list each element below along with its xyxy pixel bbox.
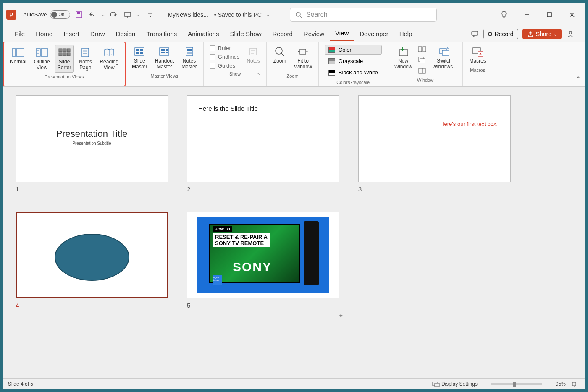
svg-rect-71 [572,382,576,386]
grayscale-option[interactable]: Grayscale [325,56,382,66]
svg-rect-15 [12,49,16,56]
arrange-all-button[interactable] [417,44,428,54]
autosave-toggle[interactable]: Off [50,10,70,19]
checkbox-icon [210,54,215,60]
tab-design[interactable]: Design [111,28,141,41]
tab-animations[interactable]: Animations [183,28,224,41]
notes-button[interactable]: Notes [244,44,263,70]
present-dropdown-icon[interactable]: ⌵ [136,12,139,17]
zoom-slider[interactable] [491,383,542,385]
svg-rect-26 [63,53,66,56]
redo-button[interactable] [108,9,119,20]
zoom-in-button[interactable]: + [548,381,551,387]
filename[interactable]: MyNewSlides... [168,11,208,18]
tab-record[interactable]: Record [267,28,297,41]
svg-rect-25 [59,53,62,56]
show-dialog-launcher[interactable]: ⤡ [257,71,262,76]
tab-developer[interactable]: Developer [354,28,393,41]
account-button[interactable] [564,28,577,40]
macros-button[interactable]: Macros [466,44,488,66]
fit-slide-button[interactable] [571,381,578,387]
slide-thumbnail-4[interactable]: 4 [16,212,168,309]
svg-rect-60 [423,47,426,52]
new-window-button[interactable]: New Window [391,44,415,72]
svg-rect-37 [140,52,143,54]
svg-rect-29 [83,50,87,52]
black-white-option[interactable]: Black and White [325,68,382,77]
tab-transitions[interactable]: Transitions [141,28,182,41]
slide-thumbnail-3[interactable]: Here's our first text box. 3 [358,95,511,193]
ruler-checkbox[interactable]: Ruler [210,45,239,51]
svg-rect-22 [59,49,62,52]
handout-master-label: Handout Master [155,58,174,70]
user-icon [567,30,574,38]
search-input[interactable]: Search [290,8,437,22]
svg-rect-17 [36,49,40,56]
color-option[interactable]: Color [325,45,382,55]
color-group-label: Color/Grayscale [336,78,370,86]
cascade-button[interactable] [417,55,428,65]
slide-thumbnail-1[interactable]: Presentation Title Presentation Subtitle… [16,95,168,193]
share-button[interactable]: Share ⌵ [522,29,562,39]
group-presentation-views: Normal Outline View Slide Sorter Notes P… [3,42,126,86]
normal-view-button[interactable]: Normal [7,45,29,73]
macros-label: Macros [469,58,486,64]
customize-qat-button[interactable] [145,9,156,20]
saved-status-dropdown-icon[interactable]: ⌵ [267,12,270,17]
display-settings-button[interactable]: Display Settings [432,381,478,387]
guides-checkbox[interactable]: Guides [210,63,239,69]
saved-status[interactable]: • Saved to this PC [214,11,262,18]
tab-slideshow[interactable]: Slide Show [225,28,266,41]
gridlines-label: Gridlines [218,54,239,60]
zoom-button[interactable]: Zoom [270,44,289,72]
tab-file[interactable]: File [10,28,30,41]
tab-home[interactable]: Home [31,28,58,41]
tab-view[interactable]: View [330,27,354,41]
notes-page-button[interactable]: Notes Page [76,45,95,73]
switch-windows-button[interactable]: Switch Windows ⌵ [429,44,459,72]
record-button[interactable]: Record [483,29,518,39]
slide-indicator[interactable]: Slide 4 of 5 [8,381,33,387]
notes-master-button[interactable]: Notes Master [178,44,200,72]
collapse-ribbon-button[interactable]: ⌃ [575,75,581,83]
zoom-slider-handle[interactable] [513,382,516,387]
zoom-icon [274,46,285,57]
slide5-howto-badge: HOW TO [213,226,232,232]
comments-button[interactable] [468,28,481,40]
undo-button[interactable] [88,9,99,20]
fit-to-window-button[interactable]: Fit to Window [291,44,315,72]
minimize-button[interactable] [517,7,536,22]
handout-master-button[interactable]: Handout Master [152,44,177,72]
slide-master-button[interactable]: Slide Master [129,44,150,72]
maximize-button[interactable] [540,7,559,22]
zoom-out-button[interactable]: − [483,381,486,387]
tab-draw[interactable]: Draw [85,28,110,41]
tab-help[interactable]: Help [394,28,417,41]
zoom-percentage[interactable]: 95% [556,381,566,387]
powerpoint-app-icon: P [6,10,16,20]
tips-button[interactable] [494,7,514,22]
tab-review[interactable]: Review [299,28,329,41]
outline-view-button[interactable]: Outline View [31,45,53,73]
save-button[interactable] [74,9,84,20]
reading-view-button[interactable]: Reading View [97,45,121,73]
search-icon [295,11,302,18]
chevron-down-icon: ⌵ [454,65,456,69]
close-button[interactable] [562,7,582,22]
svg-rect-59 [418,47,422,52]
move-split-button[interactable] [417,66,428,76]
slide-thumbnail-5[interactable]: HOW TO RESET & RE-PAIR A SONY TV REMOTE … [187,212,339,309]
slide-sorter-button[interactable]: Slide Sorter [55,45,74,73]
slide1-title: Presentation Title [16,128,168,139]
gridlines-checkbox[interactable]: Gridlines [210,54,239,60]
svg-rect-55 [300,49,306,54]
undo-dropdown-icon[interactable]: ⌵ [102,12,105,17]
slide-thumbnail-2[interactable]: Here is the Slide Title 2 [187,95,339,193]
record-dot-icon [488,32,492,36]
slide-sorter-area[interactable]: Presentation Title Presentation Subtitle… [3,87,585,378]
lightbulb-icon [501,10,507,19]
svg-rect-1 [77,12,80,14]
tab-insert[interactable]: Insert [58,28,84,41]
slide-number: 3 [358,186,511,193]
present-from-beginning-button[interactable] [122,9,133,20]
